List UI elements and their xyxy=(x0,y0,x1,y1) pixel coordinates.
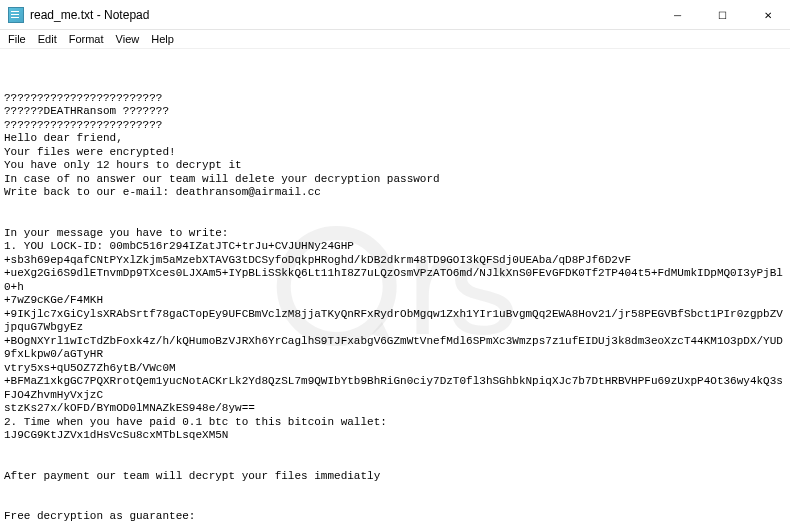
menu-format[interactable]: Format xyxy=(63,31,110,47)
window-controls: ─ ☐ ✕ xyxy=(655,0,790,29)
notepad-icon xyxy=(8,7,24,23)
menubar: File Edit Format View Help xyxy=(0,30,790,49)
menu-help[interactable]: Help xyxy=(145,31,180,47)
menu-edit[interactable]: Edit xyxy=(32,31,63,47)
menu-view[interactable]: View xyxy=(110,31,146,47)
menu-file[interactable]: File xyxy=(2,31,32,47)
minimize-button[interactable]: ─ xyxy=(655,0,700,30)
close-button[interactable]: ✕ xyxy=(745,0,790,30)
titlebar: read_me.txt - Notepad ─ ☐ ✕ xyxy=(0,0,790,30)
window-title: read_me.txt - Notepad xyxy=(30,8,655,22)
maximize-button[interactable]: ☐ xyxy=(700,0,745,30)
text-area[interactable]: rs ???????????????????????? ??????DEATHR… xyxy=(0,49,790,523)
document-text: ???????????????????????? ??????DEATHRans… xyxy=(4,92,786,524)
